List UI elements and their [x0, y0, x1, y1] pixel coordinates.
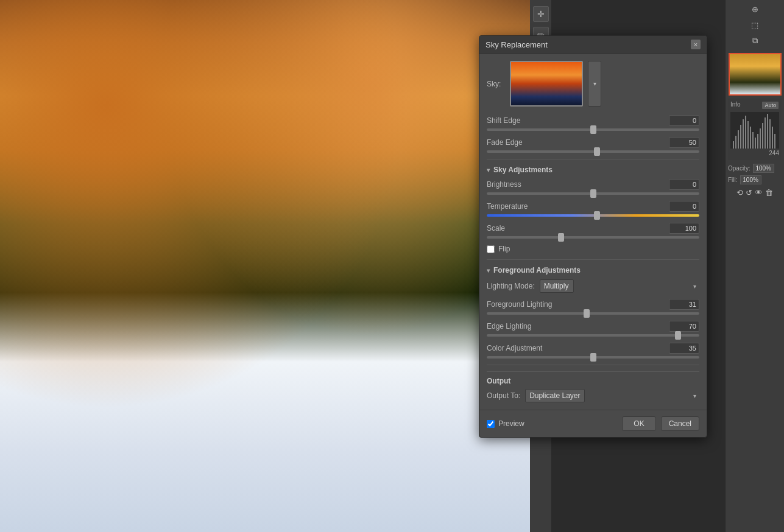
dialog-title: Sky Replacement	[486, 40, 548, 49]
edge-lighting-thumb[interactable]	[675, 331, 681, 340]
divider-2	[487, 259, 699, 260]
fade-edge-input[interactable]	[669, 137, 699, 148]
opacity-input[interactable]	[753, 164, 774, 173]
color-adjustment-input[interactable]	[669, 343, 699, 354]
scale-input[interactable]	[669, 223, 699, 234]
layer-icon-4[interactable]: 🗑	[765, 188, 773, 197]
layer-icon-2[interactable]: ↺	[746, 188, 752, 197]
shift-edge-thumb[interactable]	[590, 125, 596, 134]
footer-buttons: OK Cancel	[622, 416, 699, 431]
layer-icon-3[interactable]: 👁	[755, 188, 763, 197]
flip-checkbox[interactable]	[487, 245, 495, 253]
panel-icon-3[interactable]: ⧉	[748, 34, 761, 47]
foreground-adjustments-label: Foreground Adjustments	[493, 266, 581, 275]
histogram-value: 244	[730, 149, 779, 158]
ok-button[interactable]: OK	[622, 416, 655, 431]
fill-label: Fill:	[728, 177, 738, 183]
temperature-slider[interactable]	[487, 214, 699, 217]
shift-edge-slider[interactable]	[487, 128, 699, 131]
sky-replacement-dialog: Sky Replacement × Sky: ▾ Shift Edge Fade…	[479, 35, 707, 438]
brightness-row: Brightness	[487, 179, 699, 190]
foreground-lighting-thumb[interactable]	[584, 309, 590, 318]
opacity-label: Opacity:	[728, 165, 750, 172]
preview-checkbox[interactable]	[487, 420, 495, 428]
dialog-close-button[interactable]: ×	[691, 40, 701, 49]
shift-edge-row: Shift Edge	[487, 115, 699, 126]
scale-row: Scale	[487, 223, 699, 234]
fill-input[interactable]	[740, 175, 761, 184]
lighting-mode-row: Lighting Mode: Multiply Normal Screen Ov…	[487, 279, 699, 293]
sky-adjustments-collapse[interactable]: ▾	[487, 167, 490, 173]
sky-dropdown-button[interactable]: ▾	[588, 61, 601, 107]
foreground-lighting-track	[487, 312, 699, 315]
temperature-thumb[interactable]	[594, 211, 600, 220]
sky-label: Sky:	[487, 80, 505, 88]
right-panel: ⊕ ⬚ ⧉ Info Auto	[725, 0, 784, 532]
panel-top-icons: ⊕ ⬚ ⧉	[726, 0, 784, 50]
edge-lighting-input[interactable]	[669, 321, 699, 332]
panel-icon-2[interactable]: ⬚	[748, 18, 761, 32]
scale-track	[487, 236, 699, 239]
preview-row: Preview	[487, 419, 524, 428]
histogram-area	[730, 112, 779, 149]
move-icon: ✛	[537, 9, 545, 19]
foreground-adjustments-collapse[interactable]: ▾	[487, 267, 490, 274]
scale-label: Scale	[487, 224, 505, 233]
info-header: Info Auto	[730, 101, 779, 110]
cancel-button[interactable]: Cancel	[661, 416, 699, 431]
fade-edge-slider[interactable]	[487, 150, 699, 153]
chevron-down-icon: ▾	[593, 80, 596, 87]
output-row: Output To: Duplicate Layer New Layer Fla…	[487, 389, 699, 402]
flip-row: Flip	[487, 245, 699, 253]
temperature-input[interactable]	[669, 201, 699, 212]
edge-lighting-slider[interactable]	[487, 334, 699, 337]
info-label: Info	[730, 101, 741, 110]
canvas-image	[0, 0, 530, 532]
opacity-row: Opacity:	[726, 163, 784, 174]
fade-edge-row: Fade Edge	[487, 137, 699, 148]
panel-thumbnail	[729, 53, 782, 96]
layer-actions: ⟲ ↺ 👁 🗑	[726, 186, 784, 200]
lighting-mode-select[interactable]: Multiply Normal Screen Overlay	[540, 279, 574, 293]
dialog-body: Sky: ▾ Shift Edge Fade Edge	[479, 54, 707, 410]
shift-edge-label: Shift Edge	[487, 116, 520, 125]
temperature-row: Temperature	[487, 201, 699, 212]
preview-label[interactable]: Preview	[498, 419, 524, 428]
foreground-lighting-row: Foreground Lighting	[487, 299, 699, 310]
foreground-lighting-slider[interactable]	[487, 312, 699, 315]
foreground-lighting-input[interactable]	[669, 299, 699, 310]
scale-slider[interactable]	[487, 236, 699, 239]
color-adjustment-thumb[interactable]	[590, 353, 596, 362]
panel-icon-1[interactable]: ⊕	[748, 2, 761, 16]
divider-1	[487, 159, 699, 159]
output-to-label: Output To:	[487, 391, 520, 400]
brightness-input[interactable]	[669, 179, 699, 190]
scale-thumb[interactable]	[558, 233, 564, 242]
color-adjustment-track	[487, 356, 699, 359]
color-adjustment-label: Color Adjustment	[487, 344, 542, 352]
output-to-select[interactable]: Duplicate Layer New Layer Flatten	[525, 389, 585, 402]
fade-edge-thumb[interactable]	[594, 147, 600, 156]
brightness-track	[487, 192, 699, 195]
temperature-track	[487, 214, 699, 217]
color-adjustment-slider[interactable]	[487, 356, 699, 359]
edge-lighting-row: Edge Lighting	[487, 321, 699, 332]
canvas-area	[0, 0, 530, 532]
auto-button[interactable]: Auto	[761, 101, 779, 110]
output-to-wrapper: Duplicate Layer New Layer Flatten	[525, 389, 699, 402]
foreground-lighting-label: Foreground Lighting	[487, 300, 552, 309]
brightness-thumb[interactable]	[590, 189, 596, 198]
move-tool-button[interactable]: ✛	[533, 6, 549, 22]
lighting-mode-wrapper: Multiply Normal Screen Overlay	[540, 279, 699, 293]
sky-preview-thumbnail[interactable]	[510, 61, 583, 107]
dialog-titlebar: Sky Replacement ×	[479, 36, 707, 54]
fade-edge-label: Fade Edge	[487, 138, 523, 147]
flip-label[interactable]: Flip	[498, 245, 510, 253]
divider-3	[487, 365, 699, 365]
fill-row: Fill:	[726, 174, 784, 186]
brightness-slider[interactable]	[487, 192, 699, 195]
layer-icon-1[interactable]: ⟲	[736, 188, 743, 197]
temperature-label: Temperature	[487, 202, 528, 211]
shift-edge-input[interactable]	[669, 115, 699, 126]
output-section: Output Output To: Duplicate Layer New La…	[487, 371, 699, 402]
